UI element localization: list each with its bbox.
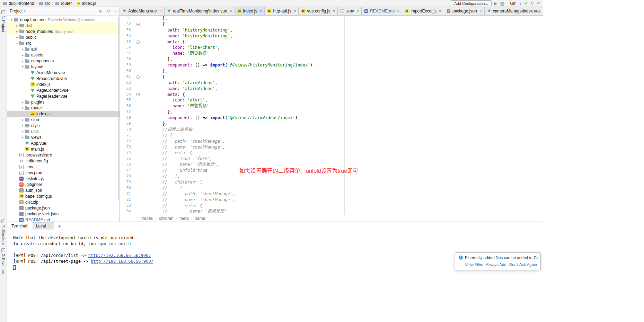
editor-tab-AsideMenu.vue[interactable]: AsideMenu.vue×: [120, 7, 165, 15]
tree-item-layouts[interactable]: ▾layouts: [7, 64, 120, 70]
expand-arrow-icon[interactable]: ▸: [20, 136, 25, 139]
gear-icon[interactable]: ⚙: [106, 9, 110, 14]
code-line-78[interactable]: 78 // },: [120, 173, 543, 179]
close-icon[interactable]: ×: [333, 9, 335, 14]
code-line-83[interactable]: 83 // meta: {: [120, 203, 543, 209]
editor-tab-cameraManage\index.vue[interactable]: cameraManage\index.vue×: [485, 7, 543, 15]
tree-item-.gitignore[interactable]: G.gitignore: [7, 181, 120, 187]
code-line-61[interactable]: 61– {: [120, 74, 543, 80]
code-line-74[interactable]: 74 // meta: {: [120, 150, 543, 156]
tree-item-src[interactable]: ▾src: [7, 40, 120, 46]
tree-item-PageHeader.vue[interactable]: PageHeader.vue: [7, 93, 120, 99]
code-line-80[interactable]: 80 // {: [120, 185, 543, 191]
expand-arrow-icon[interactable]: ▸: [15, 24, 19, 27]
project-panel-title[interactable]: Project: [10, 9, 23, 14]
expand-arrow-icon[interactable]: ▸: [20, 124, 25, 127]
expand-arrow-icon[interactable]: ▸: [15, 36, 19, 39]
history-icon[interactable]: ↻: [530, 1, 534, 6]
code-line-52[interactable]: 52– {: [120, 21, 543, 27]
code-line-55[interactable]: 55– meta: {: [120, 39, 543, 45]
code-breadcrumb-meta[interactable]: meta: [179, 216, 189, 221]
tree-item-dist.zip[interactable]: Zdist.zip: [7, 199, 120, 205]
expand-arrow-icon[interactable]: ▸: [20, 100, 25, 104]
code-line-59[interactable]: 59 component: () => import('@/views/hist…: [120, 62, 543, 68]
breadcrumb-item-src[interactable]: src: [39, 1, 50, 6]
tree-item-.eslintrc.js[interactable]: ES.eslintrc.js: [7, 176, 120, 181]
close-icon[interactable]: ×: [259, 9, 262, 14]
terminal-tab-local[interactable]: Local ×: [33, 222, 54, 230]
code-line-64[interactable]: 64– meta: {: [120, 92, 543, 98]
breadcrumb-item-router[interactable]: router: [55, 1, 72, 6]
expand-arrow-icon[interactable]: ▸: [20, 53, 25, 57]
expand-arrow-icon[interactable]: ▸: [20, 130, 25, 133]
editor-tab-index.js[interactable]: JSindex.js×: [235, 7, 265, 15]
debug-icon[interactable]: ▥: [500, 1, 504, 6]
breadcrumb-item-index.js[interactable]: JSindex.js: [77, 1, 96, 6]
editor-tab-.env[interactable]: ≡.env×: [338, 7, 362, 15]
tree-item-index.js[interactable]: JSindex.js: [7, 81, 120, 87]
add-configuration-button[interactable]: Add Configuration...: [451, 0, 491, 6]
tree-item-public[interactable]: ▸public: [7, 34, 120, 40]
tree-item-README.md[interactable]: MDREADME.md: [7, 217, 120, 222]
rollback-icon[interactable]: ↶: [537, 1, 540, 6]
expand-arrow-icon[interactable]: ▾: [20, 65, 25, 69]
expand-arrow-icon[interactable]: ▾: [15, 42, 19, 45]
terminal-link[interactable]: http://192.168.66.56:9007: [91, 259, 153, 264]
code-line-84[interactable]: 84 // name: '盘点管理': [120, 208, 543, 214]
notification-action-always-add[interactable]: Always Add: [486, 262, 506, 267]
close-icon[interactable]: ×: [48, 224, 50, 228]
fold-marker-icon[interactable]: –: [136, 23, 140, 26]
code-line-76[interactable]: 76 // name: '盘点管理',: [120, 162, 543, 168]
fold-marker-icon[interactable]: –: [136, 41, 140, 44]
git-update-icon[interactable]: ↓: [519, 1, 521, 6]
code-line-71[interactable]: 71 // {: [120, 133, 543, 138]
tree-item-router[interactable]: ▾router: [7, 105, 120, 111]
tree-item-babel.config.js[interactable]: JSbabel.config.js: [7, 193, 120, 199]
expand-arrow-icon[interactable]: ▸: [20, 47, 25, 51]
close-icon[interactable]: ×: [159, 9, 162, 14]
close-icon[interactable]: ×: [479, 9, 482, 14]
code-line-67[interactable]: 67 },: [120, 109, 543, 115]
notification-action-don-t-ask-again[interactable]: Don't Ask Again: [509, 262, 537, 267]
tree-item-main.js[interactable]: JSmain.js: [7, 146, 120, 152]
tree-item-App.vue[interactable]: App.vue: [7, 140, 120, 146]
close-icon[interactable]: ×: [397, 9, 399, 14]
code-line-57[interactable]: 57 name: '历史数据': [120, 51, 543, 56]
tree-item-auth.json[interactable]: {}auth.json: [7, 187, 120, 193]
git-commit-icon[interactable]: ✓: [524, 1, 528, 6]
editor-tab-importExcel.js[interactable]: JSimportExcel.js×: [402, 7, 444, 15]
code-line-68[interactable]: 68 component: () => import('@/views/alar…: [120, 115, 543, 121]
expand-arrow-icon[interactable]: ▸: [20, 59, 25, 63]
editor-tab-http-api.js[interactable]: JShttp-api.js×: [265, 7, 299, 15]
code-line-75[interactable]: 75 // icon: 'form',: [120, 156, 543, 162]
editor-tab-package.json[interactable]: {}package.json×: [444, 7, 485, 15]
tree-item-Breadcrumb.vue[interactable]: Breadcrumb.vue: [7, 75, 120, 81]
project-tree-scrollbar[interactable]: [118, 17, 119, 200]
tree-item-index.js[interactable]: JSindex.js: [7, 111, 120, 117]
close-icon[interactable]: ×: [230, 9, 232, 14]
expand-arrow-icon[interactable]: ▾: [9, 18, 14, 21]
tree-item-duoji-frontend[interactable]: ▾duoji-frontendD:\zheheWeb\duoji-fronten…: [7, 17, 120, 23]
tree-item-.env[interactable]: ≡.env: [7, 164, 120, 170]
code-line-51[interactable]: 51 },: [120, 16, 543, 21]
tree-item-assets[interactable]: ▸assets: [7, 52, 120, 58]
code-line-66[interactable]: 66 name: '告警视频': [120, 103, 543, 109]
editor-tab-README.md[interactable]: MDREADME.md×: [362, 7, 402, 15]
tree-item-style[interactable]: ▸style: [7, 123, 120, 128]
tree-item-AsideMenu.vue[interactable]: AsideMenu.vue: [7, 70, 120, 75]
tool-window-project-button[interactable]: 1: Project: [1, 10, 6, 32]
tool-window-favorites-button[interactable]: 2: Favorites: [1, 248, 6, 274]
expand-arrow-icon[interactable]: ▾: [20, 106, 25, 110]
tree-item-views[interactable]: ▸views: [7, 134, 120, 140]
code-breadcrumb-name[interactable]: name: [195, 216, 205, 221]
expand-arrow-icon[interactable]: ▸: [20, 118, 25, 122]
editor-tab-realTimeMonitoring\index.vue[interactable]: realTimeMonitoring\index.vue×: [165, 7, 235, 15]
tree-item-package-lock.json[interactable]: {}package-lock.json: [7, 211, 120, 217]
new-terminal-button[interactable]: +: [58, 223, 61, 229]
fold-marker-icon[interactable]: –: [136, 93, 140, 96]
code-line-58[interactable]: 58 },: [120, 56, 543, 62]
expand-arrow-icon[interactable]: ▸: [15, 30, 19, 33]
tree-item-package.json[interactable]: {}package.json: [7, 205, 120, 211]
code-line-79[interactable]: 79 // children: [: [120, 179, 543, 185]
tree-item-plugins[interactable]: ▸plugins: [7, 99, 120, 105]
